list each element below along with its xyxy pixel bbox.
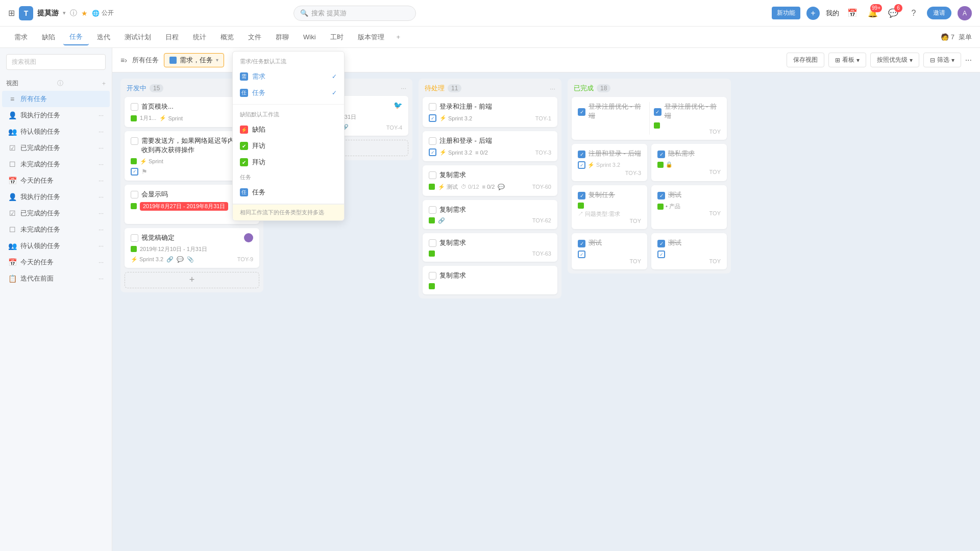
project-chevron-icon[interactable]: ▾ (63, 10, 66, 16)
card-checkbox-dev-2[interactable] (131, 137, 138, 145)
dropdown-item-visit1[interactable]: ✔ 拜访 (233, 138, 344, 154)
sidebar-item-completed2[interactable]: ☑ 已完成的任务 ··· (2, 205, 110, 221)
sidebar-item-today2[interactable]: 📅 今天的任务 ··· (2, 254, 110, 270)
sidebar-more-icon[interactable]: ··· (99, 112, 104, 119)
sidebar-item-all-tasks[interactable]: ≡ 所有任务 (2, 91, 110, 107)
tab-wiki[interactable]: Wiki (297, 30, 322, 44)
card-checkbox-dev-3[interactable] (131, 191, 138, 198)
tab-chat[interactable]: 群聊 (270, 30, 295, 45)
sidebar-item-unclaimed2[interactable]: 👥 待认领的任务 ··· (2, 238, 110, 254)
sidebar-more-icon11[interactable]: ··· (99, 275, 104, 282)
card-pending-3[interactable]: 复制需求 ⚡ 测试 ⏱ 0/12 ≡ 0/2 💬 TOY-60 (423, 165, 557, 195)
tab-overview[interactable]: 概览 (214, 30, 240, 45)
card-pending-4[interactable]: 复制需求 🔗 TOY-62 (423, 200, 557, 229)
help-button[interactable]: ? (906, 6, 921, 20)
collapse-icon[interactable]: ≡› (120, 56, 127, 64)
sidebar-item-iteration[interactable]: 📋 迭代在前面 ··· (2, 270, 110, 287)
tab-test-plan[interactable]: 测试计划 (118, 30, 157, 45)
dropdown-item-task[interactable]: 任 任务 ✓ (233, 85, 344, 101)
dropdown-item-visit2[interactable]: ✔ 拜访 (233, 154, 344, 170)
card-pending-2[interactable]: 注册和登录 - 后端 ✓ ⚡Sprint 3.2 ≡ 0/2 TOY-3 (423, 131, 557, 161)
card-id-pending-5: TOY-63 (532, 251, 551, 257)
sidebar-item-incomplete[interactable]: ☐ 未完成的任务 ··· (2, 156, 110, 172)
card-done-3a[interactable]: ✓ 复制任务 ↗ 问题类型:需求 TOY (572, 185, 647, 229)
tab-version[interactable]: 版本管理 (352, 30, 390, 45)
tab-statistics[interactable]: 统计 (187, 30, 212, 45)
sidebar-more-icon3[interactable]: ··· (99, 144, 104, 152)
invite-button[interactable]: 邀请 (927, 7, 951, 19)
card-checkbox-dev-4[interactable] (131, 234, 138, 242)
tab-schedule[interactable]: 日程 (159, 30, 185, 45)
card-done-3b[interactable]: ✓ 测试 • 产品 TOY (651, 185, 727, 229)
col-more-pending[interactable]: ··· (550, 85, 555, 92)
card-dev-4[interactable]: 视觉稿确定 2019年12月10日 - 1月31日 ⚡Sprint 3.2 🔗 (125, 228, 259, 268)
card-done-1[interactable]: ✓ 登录注册优化 - 前端 ✓ 登录注册优化 - 前端 (572, 97, 727, 140)
sidebar-item-today[interactable]: 📅 今天的任务 ··· (2, 172, 110, 189)
sidebar-more-icon7[interactable]: ··· (99, 210, 104, 217)
sidebar-more-icon2[interactable]: ··· (99, 128, 104, 135)
all-tasks-label[interactable]: 所有任务 (132, 56, 159, 65)
card-checkbox-pending-1[interactable] (429, 103, 436, 111)
dropdown-item-task2[interactable]: 任 任务 (233, 184, 344, 201)
sidebar-add-button[interactable]: + (102, 80, 106, 87)
filter-chip[interactable]: 需求，任务 ▾ (164, 53, 224, 67)
card-pending-6[interactable]: 复制需求 (423, 266, 557, 294)
tab-iteration[interactable]: 迭代 (91, 30, 116, 45)
list-icon: ≡ (8, 95, 16, 103)
priority-button[interactable]: 按照优先级 ▾ (870, 53, 919, 67)
save-view-button[interactable]: 保存视图 (787, 53, 824, 67)
sidebar-item-my-tasks[interactable]: 👤 我执行的任务 ··· (2, 107, 110, 123)
card-done-4a[interactable]: ✓ 测试 ✓ TOY (572, 233, 647, 269)
card-checkbox-pending-3[interactable] (429, 171, 436, 179)
col-more-zero[interactable]: ··· (401, 84, 406, 92)
card-done-2b[interactable]: ✓ 隐私需求 🔒 TOY (651, 144, 727, 181)
tab-tasks[interactable]: 任务 (63, 29, 89, 45)
card-pending-5[interactable]: 复制需求 TOY-63 (423, 233, 557, 262)
comment-icon-pending-3: 💬 (498, 184, 505, 190)
search-bar[interactable]: 🔍 搜索 提莫游 (293, 6, 416, 21)
avatar[interactable]: A (958, 6, 972, 20)
sidebar-more-icon9[interactable]: ··· (99, 242, 104, 249)
chat-button[interactable]: 💬 6 (886, 6, 900, 20)
card-checkbox-dev-1[interactable] (131, 103, 138, 111)
sidebar-more-icon4[interactable]: ··· (99, 161, 104, 168)
card-done-2a[interactable]: ✓ 注册和登录 - 后端 ✓ ⚡ Sprint 3.2 TOY-3 (572, 144, 647, 181)
kanban-button[interactable]: ⊞ 看板 ▾ (828, 53, 866, 67)
notification-button[interactable]: 🔔 99+ (866, 6, 880, 20)
card-checkbox-pending-2[interactable] (429, 137, 436, 145)
sidebar-item-completed[interactable]: ☑ 已完成的任务 ··· (2, 140, 110, 156)
tab-files[interactable]: 文件 (242, 30, 267, 45)
sidebar-search[interactable]: 搜索视图 (6, 54, 106, 70)
dropdown-item-req[interactable]: 需 需求 ✓ (233, 68, 344, 85)
sidebar-more-icon10[interactable]: ··· (99, 259, 104, 266)
grid-icon[interactable]: ⊞ (8, 8, 15, 18)
menu-label[interactable]: 菜单 (959, 33, 972, 42)
sidebar-more-icon6[interactable]: ··· (99, 193, 104, 201)
calendar-button[interactable]: 📅 (845, 6, 860, 20)
tab-time[interactable]: 工时 (324, 30, 350, 45)
card-done-4b[interactable]: ✓ 测试 ✓ TOY (651, 233, 727, 269)
my-label[interactable]: 我的 (826, 9, 839, 18)
sidebar-item-my-tasks2[interactable]: 👤 我执行的任务 ··· (2, 189, 110, 205)
sidebar-add-icon[interactable]: ⓘ (57, 79, 63, 88)
sidebar-item-unclaimed[interactable]: 👥 待认领的任务 ··· (2, 123, 110, 140)
sidebar-item-incomplete2[interactable]: ☐ 未完成的任务 ··· (2, 221, 110, 238)
chat-badge: 6 (894, 4, 902, 12)
sidebar-more-icon8[interactable]: ··· (99, 226, 104, 233)
tab-requirements[interactable]: 需求 (8, 30, 34, 45)
star-icon[interactable]: ★ (81, 9, 88, 17)
sidebar-more-icon5[interactable]: ··· (99, 177, 104, 184)
add-button[interactable]: + (806, 7, 820, 20)
dropdown-item-bug[interactable]: ⚡ 缺陷 (233, 121, 344, 138)
card-checkbox-pending-4[interactable] (429, 206, 436, 214)
add-card-dev[interactable]: + (125, 272, 259, 288)
filter-button[interactable]: ⊟ 筛选 ▾ (923, 53, 961, 67)
tab-add-button[interactable]: + (393, 30, 405, 44)
new-feature-button[interactable]: 新功能 (772, 7, 800, 19)
card-pending-1[interactable]: 登录和注册 - 前端 ✓ ⚡Sprint 3.2 TOY-1 (423, 97, 557, 127)
tab-bugs[interactable]: 缺陷 (36, 30, 61, 45)
card-checkbox-pending-6[interactable] (429, 272, 436, 280)
toolbar-more-button[interactable]: ··· (965, 56, 972, 65)
card-checkbox-pending-5[interactable] (429, 239, 436, 247)
info-icon[interactable]: ⓘ (70, 9, 77, 18)
